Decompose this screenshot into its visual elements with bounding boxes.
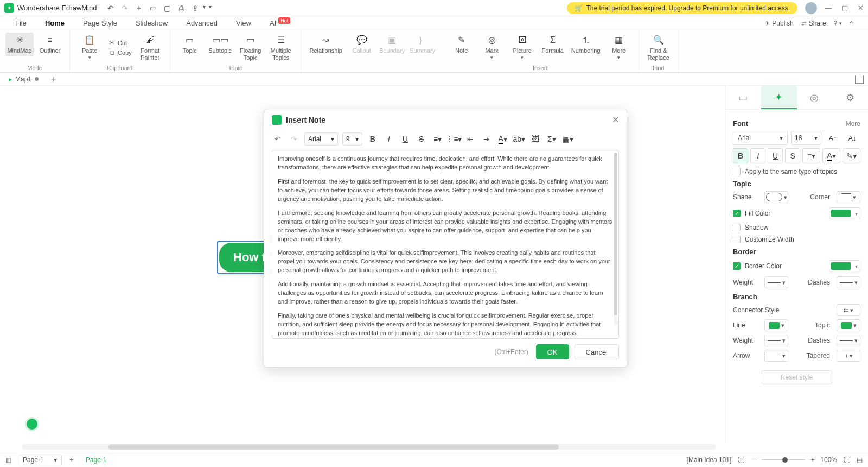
font-family-select[interactable]: Arial▾ [733,131,788,145]
multiple-topics-button[interactable]: ☰Multiple Topics [267,33,295,63]
paste-button[interactable]: 📋Paste▾ [75,33,104,62]
formula-button[interactable]: ΣFormula [539,33,567,56]
note-textarea[interactable]: Improving oneself is a continuous journe… [272,150,619,339]
note-indent-left-button[interactable]: ⇤ [464,133,476,145]
note-indent-right-button[interactable]: ⇥ [481,133,493,145]
branch-arrow-select[interactable]: ▾ [764,350,788,362]
outliner-button[interactable]: ≡Outliner [36,33,64,56]
redo-icon[interactable]: ↷ [120,4,129,12]
rp-tab-settings[interactable]: ⚙ [832,86,868,109]
note-redo-button[interactable]: ↷ [288,133,300,145]
format-painter-button[interactable]: 🖌Format Painter [136,33,164,63]
mark-button[interactable]: ◎Mark▾ [478,33,506,62]
ok-button[interactable]: OK [536,344,569,359]
tab-page-style[interactable]: Page Style [83,19,117,27]
apply-same-type-checkbox[interactable]: Apply to the same type of topics [733,168,860,175]
fill-color-swatch[interactable]: ▾ [829,207,860,219]
tab-ai[interactable]: AIHot [270,19,290,27]
branch-line-color[interactable]: ▾ [764,319,788,331]
note-scrollbar[interactable] [614,153,617,325]
tab-home[interactable]: Home [45,19,65,27]
floating-topic-button[interactable]: ▭Floating Topic [237,33,265,63]
fit-page-icon[interactable]: ⛶ [738,456,744,464]
tab-view[interactable]: View [236,19,251,27]
branch-topic-color[interactable]: ▾ [837,319,860,331]
note-highlight-button[interactable]: ab▾ [513,133,525,145]
collapse-ribbon-icon[interactable]: ^ [850,20,853,27]
align-button[interactable]: ≡▾ [802,148,820,163]
note-button[interactable]: ✎Note [448,33,476,56]
underline-button[interactable]: U [768,148,783,163]
note-bold-button[interactable]: B [367,133,379,145]
subtopic-button[interactable]: ▭▭Subtopic [206,33,234,56]
window-layout-icon[interactable] [855,75,864,84]
highlight-button[interactable]: ✎▾ [843,148,860,163]
note-list-button[interactable]: ⋮≡▾ [448,133,460,145]
avatar[interactable] [805,2,817,14]
qat-more-icon[interactable]: ▾ [209,4,212,12]
connector-style-select[interactable]: ⇇▾ [837,304,860,316]
fill-color-checkbox[interactable]: ✓Fill Color ▾ [733,207,860,219]
cut-button[interactable]: ✂Cut [106,39,134,47]
branch-tapered-select[interactable]: ⟮▾ [837,350,860,362]
page-dropdown[interactable]: Page-1▾ [18,455,62,465]
corner-select[interactable]: ▾ [837,191,860,203]
note-image-button[interactable]: 🖼 [529,133,541,145]
rp-tab-mark[interactable]: ◎ [797,86,833,109]
note-font-select[interactable]: Arial▾ [304,132,338,146]
note-undo-button[interactable]: ↶ [272,133,284,145]
add-tab-button[interactable]: + [48,74,59,85]
border-color-checkbox[interactable]: ✓Border Color ▾ [733,260,860,272]
border-weight-select[interactable]: ▾ [764,276,788,288]
maximize-icon[interactable]: ▢ [841,4,848,12]
reset-style-button[interactable]: Reset style [762,370,832,384]
font-size-input[interactable]: 18▾ [791,131,821,145]
horizontal-scrollbar[interactable] [22,444,716,450]
doc-tab-map1[interactable]: ▸ Map1 [4,74,43,84]
branch-dashes-select[interactable]: ▾ [837,335,860,346]
note-italic-button[interactable]: I [383,133,395,145]
zoom-slider[interactable] [762,459,805,460]
print-icon[interactable]: ⎙ [177,4,186,12]
rp-tab-ai[interactable]: ✦ [761,86,797,109]
picture-button[interactable]: 🖼Picture▾ [508,33,537,62]
note-size-select[interactable]: 9▾ [342,132,362,146]
shadow-checkbox[interactable]: Shadow [733,224,860,231]
add-page-button[interactable]: ＋ [68,455,75,464]
dialog-close-button[interactable]: ✕ [612,115,619,125]
copy-button[interactable]: ⧉Copy [106,48,134,57]
numbering-button[interactable]: ⒈Numbering [569,33,603,56]
new-icon[interactable]: ＋ [135,4,143,12]
branch-weight-select[interactable]: ▾ [764,335,788,346]
export-icon[interactable]: ⇪ [191,4,200,12]
topic-button[interactable]: ▭Topic [176,33,204,56]
pages-panel-icon[interactable]: ▥ [5,456,11,464]
publish-button[interactable]: ✈Publish [764,20,793,27]
find-replace-button[interactable]: 🔍Find & Replace [644,33,673,63]
undo-icon[interactable]: ↶ [106,4,115,12]
minimize-icon[interactable]: — [825,4,832,12]
cancel-button[interactable]: Cancel [575,344,619,359]
italic-button[interactable]: I [750,148,765,163]
fullscreen-icon[interactable]: ⛶ [844,456,850,464]
help-button[interactable]: ?▾ [834,20,843,27]
open-icon[interactable]: ▭ [149,4,157,12]
rp-font-more[interactable]: More [846,120,860,128]
font-color-button[interactable]: A▾ [822,148,840,163]
panel-toggle-icon[interactable]: ▤ [857,456,863,464]
zoom-in-button[interactable]: ＋ [809,455,816,464]
shape-select[interactable]: ▾ [764,191,788,203]
note-formula-button[interactable]: Σ▾ [546,133,558,145]
note-underline-button[interactable]: U [399,133,411,145]
note-color-button[interactable]: A▾ [497,133,509,145]
tab-file[interactable]: File [15,19,27,27]
strike-button[interactable]: S [785,148,800,163]
custom-width-checkbox[interactable]: Customize Width [733,236,860,243]
share-button[interactable]: ⥂Share [801,20,826,27]
border-color-swatch[interactable]: ▾ [829,260,860,272]
note-strike-button[interactable]: S [416,133,427,145]
mindmap-button[interactable]: ✳MindMap [5,33,34,56]
help-bubble-icon[interactable] [25,417,39,431]
bold-button[interactable]: B [733,148,748,163]
border-dashes-select[interactable]: ▾ [837,276,860,288]
